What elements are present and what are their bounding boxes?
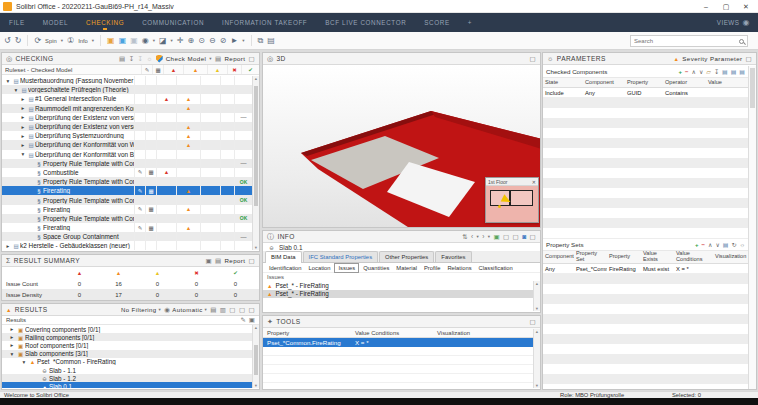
menu-add-tab[interactable]: + bbox=[459, 13, 481, 32]
slab-row-selected[interactable]: Slab 0.1 bbox=[2, 382, 252, 388]
scroll-up-icon[interactable]: ▴ bbox=[253, 76, 259, 81]
rule-row[interactable]: Firerating bbox=[2, 223, 252, 232]
menu-communication[interactable]: COMMUNICATION bbox=[133, 13, 213, 32]
scroll-up-icon[interactable]: ▴ bbox=[534, 281, 540, 286]
copy-icon[interactable]: ▣ bbox=[205, 257, 212, 265]
rule-parameters-icon[interactable] bbox=[145, 168, 156, 177]
maximize-button[interactable]: ▢ bbox=[718, 0, 734, 13]
scroll-up-icon[interactable]: ▴ bbox=[253, 325, 259, 330]
edit-rule-icon[interactable] bbox=[134, 223, 145, 232]
report-button[interactable]: Report bbox=[224, 55, 245, 62]
menu-score[interactable]: SCORE bbox=[415, 13, 458, 32]
edit-rule-icon[interactable] bbox=[134, 205, 145, 214]
sort-updown-icon[interactable]: ⇅ bbox=[462, 233, 468, 241]
accept-icon[interactable]: ▢ bbox=[229, 306, 236, 314]
scroll-down-icon[interactable]: ▾ bbox=[253, 383, 259, 388]
maximize-panel-icon[interactable]: ▢ bbox=[529, 318, 536, 326]
maximize-panel-icon[interactable]: ▢ bbox=[248, 257, 255, 265]
group-by-icon[interactable]: ▤ bbox=[210, 306, 217, 314]
search-box[interactable] bbox=[630, 35, 748, 47]
previous-dropdown-icon[interactable]: ▾ bbox=[477, 234, 480, 239]
zoom-out-icon[interactable]: ⊖ bbox=[209, 32, 216, 50]
component-group-row[interactable]: Roof components [0/1] bbox=[2, 341, 252, 349]
3d-viewport[interactable]: 1st Floor ✕ bbox=[263, 65, 540, 227]
next-icon[interactable]: › bbox=[482, 233, 485, 240]
severity-parameter-button[interactable]: Severity Parameter bbox=[682, 55, 742, 62]
automatic-dropdown[interactable]: ◉Automatic▾ bbox=[164, 306, 207, 314]
check-model-button[interactable]: Check Model bbox=[166, 55, 207, 62]
rule-row[interactable]: Property Rule Template with Component Fi… bbox=[2, 214, 252, 223]
subtab-quantities[interactable]: Quantities bbox=[360, 264, 392, 272]
lookaround-icon[interactable]: ◉ bbox=[142, 32, 149, 50]
next-dropdown-icon[interactable]: ▾ bbox=[488, 234, 491, 239]
col-property-set[interactable]: Property Set bbox=[574, 251, 607, 263]
issue-list-item-selected[interactable]: Pset_* - FireRating bbox=[263, 290, 533, 299]
caret-icon[interactable] bbox=[8, 326, 16, 332]
lookaround-dropdown-icon[interactable]: ▾ bbox=[153, 38, 155, 43]
menu-model[interactable]: MODEL bbox=[34, 13, 77, 32]
col-property[interactable]: Property bbox=[625, 78, 663, 87]
minimap-plan[interactable] bbox=[486, 186, 538, 222]
tab-bim-data[interactable]: BIM Data bbox=[265, 251, 302, 263]
ruleset-row[interactable]: Musterbauordnung (Fassung November 2002)… bbox=[2, 76, 252, 85]
col-operator[interactable]: Operator bbox=[663, 78, 706, 87]
component-group-row[interactable]: Covering components [0/1] bbox=[2, 325, 252, 333]
severity-low-icon[interactable] bbox=[207, 65, 227, 74]
info-dropdown-icon[interactable]: ▾ bbox=[92, 38, 94, 43]
rule-row[interactable]: Überprüfung Systemzuordnung bbox=[2, 131, 252, 140]
hide-icon[interactable]: ▢ bbox=[513, 233, 520, 241]
issue-list-item[interactable]: Pset_* - FireRating bbox=[263, 281, 533, 290]
scroll-down-icon[interactable]: ▾ bbox=[534, 306, 540, 311]
tab-ifc-standard-properties[interactable]: IFC Standard Properties bbox=[303, 251, 379, 262]
menu-checking[interactable]: CHECKING bbox=[77, 13, 133, 32]
subtab-classification[interactable]: Classification bbox=[476, 264, 516, 272]
severity-rejected-icon[interactable] bbox=[227, 65, 241, 74]
rule-row[interactable]: Property Rule Template with Component Fi… bbox=[2, 177, 252, 186]
rule-row[interactable]: Überprüfung der Existenz von verschieden… bbox=[2, 113, 252, 122]
scrollbar-thumb[interactable] bbox=[750, 68, 755, 108]
tools-scrollbar[interactable]: ▴ ▾ bbox=[533, 329, 540, 388]
minimize-button[interactable]: – bbox=[698, 0, 714, 13]
sectioning-icon[interactable]: ◪ bbox=[159, 32, 167, 50]
sort-icon[interactable]: ▥ bbox=[220, 306, 227, 314]
pointer-dropdown-icon[interactable]: ▾ bbox=[242, 38, 244, 43]
checking-scrollbar[interactable]: ▴ ▾ bbox=[252, 76, 259, 250]
summary-report-button[interactable]: Report bbox=[224, 257, 245, 264]
results-scrollbar[interactable]: ▴ ▾ bbox=[252, 325, 259, 388]
rule-row[interactable]: Überprüfung der Existenz von verschieden… bbox=[2, 122, 252, 131]
settings-gear-icon[interactable]: ☼ bbox=[146, 55, 152, 62]
scroll-down-icon[interactable]: ▾ bbox=[534, 383, 540, 388]
tab-favorites[interactable]: Favorites bbox=[435, 251, 471, 262]
rule-parameters-icon[interactable] bbox=[145, 186, 156, 195]
scrollbar-thumb[interactable] bbox=[254, 86, 258, 206]
rule-row-selected[interactable]: Firerating bbox=[2, 186, 252, 195]
copy-icon[interactable]: ▤ bbox=[722, 68, 728, 75]
spin-icon[interactable]: ⟳ bbox=[34, 32, 41, 50]
reject-icon[interactable]: ▢ bbox=[239, 306, 246, 314]
walk-icon[interactable]: ✛ bbox=[177, 32, 184, 50]
col-state[interactable]: State bbox=[543, 78, 583, 87]
rule-parameters-icon[interactable] bbox=[145, 205, 156, 214]
zoom-extent-icon[interactable]: ⊘ bbox=[220, 32, 227, 50]
markup-icon[interactable]: ⧉ bbox=[258, 32, 264, 50]
col-value-exists[interactable]: Value Exists bbox=[641, 251, 674, 263]
property-sets-row[interactable]: Any Pset_*Comm... FireRating Must exist … bbox=[543, 264, 748, 274]
check-model-dropdown-icon[interactable]: ▾ bbox=[209, 56, 212, 61]
undo-icon[interactable]: ↺ bbox=[4, 32, 11, 50]
caret-icon[interactable] bbox=[20, 359, 28, 365]
minimap-close-icon[interactable]: ✕ bbox=[532, 179, 536, 185]
edit-rule-icon[interactable] bbox=[134, 186, 145, 195]
move-up-icon[interactable]: ∧ bbox=[708, 241, 712, 248]
check-model-shield-icon[interactable] bbox=[156, 55, 163, 63]
caret-icon[interactable] bbox=[4, 78, 12, 84]
export-icon[interactable]: ▤ bbox=[723, 241, 729, 248]
severity-critical-icon[interactable] bbox=[163, 65, 183, 74]
col-property[interactable]: Property bbox=[263, 330, 355, 336]
slab-row[interactable]: Slab - 1.2 bbox=[2, 374, 252, 382]
report-icon[interactable]: ▤ bbox=[215, 55, 222, 63]
col-component[interactable]: Component bbox=[543, 251, 574, 263]
add-row-icon[interactable]: + bbox=[678, 69, 682, 75]
import-icon[interactable]: ↧ bbox=[129, 55, 135, 63]
menu-bcf-live-connector[interactable]: BCF LIVE CONNECTOR bbox=[316, 13, 415, 32]
rule-row[interactable]: Space Group Containment bbox=[2, 232, 252, 241]
